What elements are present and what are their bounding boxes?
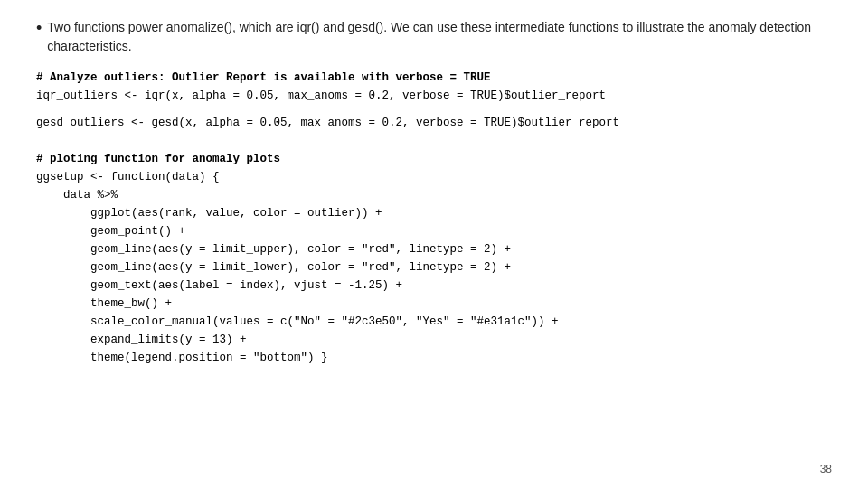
code-line-2: gesd_outliers <- gesd(x, alpha = 0.05, m… <box>36 114 832 132</box>
bullet-dot: • <box>36 18 42 39</box>
code-blank-3 <box>36 141 832 150</box>
code-blank-2 <box>36 132 832 141</box>
bullet-section: • Two functions power anomalize(), which… <box>36 18 832 56</box>
code-line-7: geom_line(aes(y = limit_upper), color = … <box>36 240 832 258</box>
code-line-5: ggplot(aes(rank, value, color = outlier)… <box>36 204 832 222</box>
code-line-13: theme(legend.position = "bottom") } <box>36 349 832 367</box>
bullet-content: Two functions power anomalize(), which a… <box>47 18 832 56</box>
code-line-8: geom_line(aes(y = limit_lower), color = … <box>36 258 832 277</box>
page-number: 38 <box>820 463 832 475</box>
code-line-11: scale_color_manual(values = c("No" = "#2… <box>36 313 832 331</box>
code-line-1: iqr_outliers <- iqr(x, alpha = 0.05, max… <box>36 87 832 105</box>
code-line-6: geom_point() + <box>36 222 832 240</box>
code-comment-2: # ploting function for anomaly plots <box>36 150 832 168</box>
code-comment-1: # Analyze outliers: Outlier Report is av… <box>36 69 832 87</box>
code-line-10: theme_bw() + <box>36 295 832 313</box>
code-line-4: data %>% <box>36 186 832 204</box>
code-line-3: ggsetup <- function(data) { <box>36 168 832 186</box>
code-section: # Analyze outliers: Outlier Report is av… <box>36 69 832 367</box>
code-line-12: expand_limits(y = 13) + <box>36 331 832 349</box>
bullet-text: • Two functions power anomalize(), which… <box>36 18 832 56</box>
page-container: • Two functions power anomalize(), which… <box>0 0 868 488</box>
code-line-9: geom_text(aes(label = index), vjust = -1… <box>36 277 832 295</box>
code-blank-1 <box>36 105 832 114</box>
